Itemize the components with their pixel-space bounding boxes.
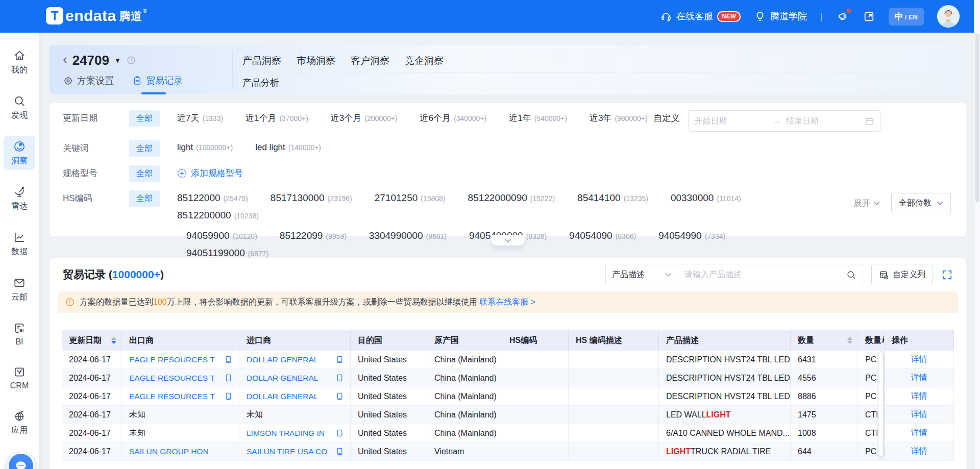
- chat-support-button[interactable]: [7, 452, 35, 469]
- fullscreen-button[interactable]: [863, 10, 875, 23]
- keyword-option[interactable]: light(1000000+): [177, 142, 233, 153]
- detail-link[interactable]: 详情: [911, 446, 927, 457]
- hs-code-option[interactable]: 94054990(7334): [658, 230, 725, 241]
- date-all-chip[interactable]: 全部: [129, 110, 160, 127]
- user-avatar[interactable]: [937, 5, 960, 28]
- page-scrollbar-thumb[interactable]: [975, 34, 979, 202]
- date-option-text: 近6个月: [420, 112, 451, 124]
- date-option[interactable]: 近1年(540000+): [509, 112, 567, 124]
- insight-tab[interactable]: 产品洞察: [241, 52, 282, 69]
- table-scrollbar[interactable]: [877, 351, 884, 461]
- sidebar-item-云邮[interactable]: 云邮: [4, 272, 35, 306]
- importer-name[interactable]: DOLLAR GENERAL: [247, 392, 318, 401]
- hs-code-option[interactable]: 94054090(8306): [569, 230, 636, 241]
- contact-phone-icon[interactable]: [335, 374, 350, 382]
- filter-collapse-tab[interactable]: [491, 235, 525, 245]
- add-spec-button[interactable]: 添加规格型号: [177, 165, 243, 179]
- importer-name[interactable]: LIMSON TRADING IN: [247, 429, 325, 438]
- hs-code-option[interactable]: 00330000(11014): [671, 192, 741, 204]
- tab-product-analysis[interactable]: 产品分析: [242, 77, 279, 89]
- sidebar-item-BI[interactable]: BIBI: [4, 317, 35, 350]
- detail-link[interactable]: 详情: [911, 354, 927, 365]
- contact-phone-icon[interactable]: [335, 447, 350, 456]
- table-scrollbar-thumb[interactable]: [878, 352, 884, 457]
- hs-digits-select[interactable]: 全部位数: [891, 193, 951, 213]
- detail-link[interactable]: 详情: [911, 373, 927, 383]
- date-range-input[interactable]: 开始日期 → 结束日期: [688, 110, 881, 132]
- date-option[interactable]: 近3年(980000+): [590, 112, 648, 124]
- date-option[interactable]: 近6个月(340000+): [420, 112, 487, 124]
- scheme-dropdown-caret[interactable]: ▼: [114, 57, 121, 64]
- sidebar-item-CRM[interactable]: CRM: [4, 361, 35, 394]
- announcements-button[interactable]: [836, 10, 849, 23]
- hs-all-chip[interactable]: 全部: [129, 190, 160, 207]
- sort-caret-icon[interactable]: [111, 337, 121, 344]
- hs-code-option[interactable]: 3304990000(9681): [369, 230, 447, 241]
- importer-name[interactable]: DOLLAR GENERAL: [247, 374, 318, 383]
- keyword-option[interactable]: led light(140000+): [255, 142, 321, 153]
- exporter-name[interactable]: SAILUN GROUP HON: [129, 447, 209, 456]
- contact-phone-icon[interactable]: [224, 392, 239, 401]
- scheme-info-icon[interactable]: [126, 55, 136, 65]
- keyword-all-chip[interactable]: 全部: [129, 140, 160, 157]
- hs-code-option[interactable]: 27101250(15808): [375, 192, 446, 204]
- back-arrow-icon[interactable]: ‹: [63, 53, 67, 66]
- sidebar-item-应用[interactable]: 应用: [4, 405, 35, 439]
- hs-code-option[interactable]: 85414100(13235): [577, 192, 648, 204]
- destination-cell: United States: [351, 442, 427, 461]
- detail-link[interactable]: 详情: [911, 391, 927, 402]
- contact-phone-icon[interactable]: [335, 429, 350, 437]
- left-sidebar: 我的发现洞察雷达数据云邮BIBICRM应用 »: [0, 33, 39, 469]
- tendata-logo[interactable]: T endata 腾道 ®: [46, 7, 147, 26]
- tab-trade-records[interactable]: 贸易记录: [132, 75, 183, 87]
- sidebar-item-洞察[interactable]: 洞察: [4, 136, 35, 170]
- detail-link[interactable]: 详情: [911, 428, 927, 438]
- date-option[interactable]: 近7天(1333): [177, 112, 223, 124]
- contact-phone-icon[interactable]: [335, 392, 350, 401]
- contact-phone-icon[interactable]: [224, 374, 239, 382]
- exporter-name[interactable]: EAGLE RESOURCES T: [129, 374, 215, 383]
- column-header-9[interactable]: 数量: [791, 330, 858, 351]
- page-scrollbar[interactable]: [974, 0, 980, 469]
- language-switch[interactable]: 中 / EN: [889, 8, 924, 26]
- online-service-link[interactable]: 在线客服 NEW: [660, 10, 741, 22]
- date-option[interactable]: 近1个月(37000+): [246, 112, 308, 124]
- academy-link[interactable]: 腾道学院: [754, 10, 807, 22]
- contact-phone-icon[interactable]: [224, 355, 239, 364]
- sidebar-item-我的[interactable]: 我的: [4, 45, 35, 79]
- table-fullscreen-icon[interactable]: [941, 269, 953, 281]
- hs-expand-toggle[interactable]: 展开: [853, 198, 880, 209]
- spec-all-chip[interactable]: 全部: [129, 165, 160, 182]
- exporter-name[interactable]: EAGLE RESOURCES T: [129, 355, 215, 364]
- search-type-select[interactable]: 产品描述: [606, 264, 678, 285]
- scheme-id[interactable]: 24709: [72, 53, 109, 68]
- hs-code-option[interactable]: 85122000090(15222): [468, 192, 555, 204]
- importer-name[interactable]: DOLLAR GENERAL: [247, 355, 318, 364]
- date-custom-option[interactable]: 自定义: [654, 110, 680, 127]
- hs-code-option[interactable]: 85122099(9959): [280, 230, 347, 241]
- sidebar-item-数据[interactable]: 数据: [4, 227, 35, 261]
- sidebar-item-发现[interactable]: 发现: [4, 90, 35, 125]
- column-header-1[interactable]: 更新日期: [62, 330, 122, 351]
- detail-link[interactable]: 详情: [911, 409, 927, 420]
- hs-code-option[interactable]: 94051199000(6877): [186, 248, 268, 259]
- hs-code-option[interactable]: 8517130000(23196): [271, 192, 352, 204]
- contact-phone-icon[interactable]: [335, 355, 350, 364]
- search-input[interactable]: 请输入产品描述: [678, 269, 863, 280]
- hs-code-option[interactable]: 85122000(25479): [177, 192, 248, 204]
- insight-tab[interactable]: 客户洞察: [350, 52, 390, 69]
- hs-code-option[interactable]: 94059900(10120): [186, 230, 257, 241]
- insight-tab[interactable]: 市场洞察: [296, 52, 336, 69]
- search-icon[interactable]: [846, 269, 856, 280]
- date-option[interactable]: 近3个月(200000+): [331, 112, 398, 124]
- exporter-name[interactable]: EAGLE RESOURCES T: [129, 392, 215, 401]
- custom-columns-button[interactable]: 自定义列: [871, 264, 933, 285]
- insight-tab[interactable]: 竞企洞察: [404, 52, 445, 69]
- sort-caret-icon[interactable]: [847, 337, 857, 344]
- hs-code-option[interactable]: 8512200000(10238): [177, 210, 259, 221]
- sidebar-item-雷达[interactable]: 雷达: [4, 181, 35, 215]
- sidebar-item-label: 发现: [11, 110, 28, 121]
- contact-service-link[interactable]: 联系在线客服 >: [479, 298, 535, 306]
- importer-name[interactable]: SAILUN TIRE USA CO: [247, 447, 327, 456]
- tab-scheme-settings[interactable]: 方案设置: [63, 75, 114, 87]
